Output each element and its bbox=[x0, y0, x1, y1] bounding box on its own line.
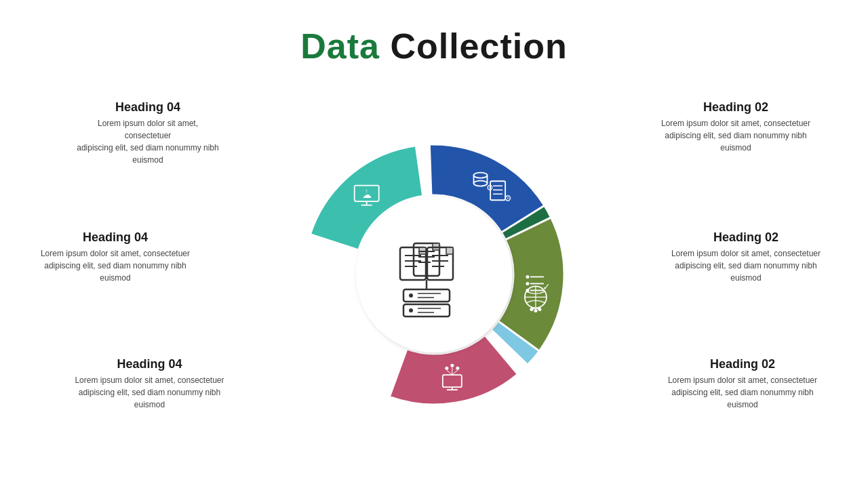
label-bot-left: Heading 04 Lorem ipsum dolor sit amet, c… bbox=[70, 357, 229, 411]
body-mr: Lorem ipsum dolor sit amet, consectetuer… bbox=[665, 247, 827, 284]
title-collection: Collection bbox=[390, 26, 567, 66]
svg-point-12 bbox=[526, 275, 529, 279]
heading-bl: Heading 04 bbox=[70, 357, 229, 371]
heading-mr: Heading 02 bbox=[665, 230, 827, 245]
body-ml: Lorem ipsum dolor sit amet, consectetuer… bbox=[37, 247, 193, 284]
label-top-left: Heading 04 Lorem ipsum dolor sit amet, c… bbox=[73, 100, 222, 166]
heading-ml: Heading 04 bbox=[37, 230, 193, 245]
heading-tl: Heading 04 bbox=[73, 100, 222, 115]
title-data: Data bbox=[300, 26, 390, 66]
heading-br: Heading 02 bbox=[661, 357, 824, 371]
label-mid-left: Heading 04 Lorem ipsum dolor sit amet, c… bbox=[37, 230, 193, 284]
svg-point-14 bbox=[526, 282, 529, 285]
page-title: Data Collection bbox=[0, 0, 868, 66]
label-bot-right: Heading 02 Lorem ipsum dolor sit amet, c… bbox=[661, 357, 824, 411]
svg-text:⚙: ⚙ bbox=[504, 193, 512, 203]
heading-tr: Heading 02 bbox=[654, 100, 817, 115]
body-bl: Lorem ipsum dolor sit amet, consectetuer… bbox=[70, 374, 229, 411]
label-mid-right: Heading 02 Lorem ipsum dolor sit amet, c… bbox=[665, 230, 827, 284]
svg-text:✓: ✓ bbox=[542, 281, 551, 292]
svg-point-55 bbox=[409, 293, 413, 298]
body-tl: Lorem ipsum dolor sit amet, consectetuer… bbox=[73, 117, 222, 166]
center-circle bbox=[356, 197, 512, 352]
body-tr: Lorem ipsum dolor sit amet, consectetuer… bbox=[654, 117, 817, 154]
label-top-right: Heading 02 Lorem ipsum dolor sit amet, c… bbox=[654, 100, 817, 154]
body-br: Lorem ipsum dolor sit amet, consectetuer… bbox=[661, 374, 824, 411]
svg-text:↑: ↑ bbox=[365, 188, 368, 195]
svg-point-59 bbox=[409, 308, 413, 312]
svg-point-35 bbox=[445, 367, 448, 370]
svg-point-39 bbox=[456, 367, 459, 370]
svg-point-37 bbox=[450, 364, 454, 367]
infographic-diagram: ☁↑⚙✓⚙ bbox=[251, 98, 617, 451]
